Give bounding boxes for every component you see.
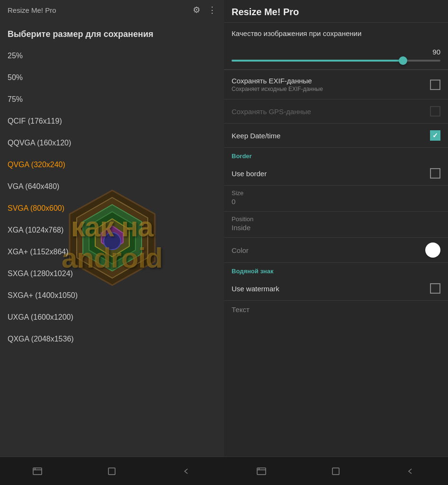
use-watermark-label: Use watermark bbox=[232, 285, 430, 293]
list-item[interactable]: QCIF (176x119) bbox=[0, 110, 224, 132]
list-item[interactable]: QVGA (320x240) bbox=[0, 154, 224, 176]
position-value: Inside bbox=[232, 224, 440, 232]
watermark-section-label: Водяной знак bbox=[224, 263, 448, 277]
list-item[interactable]: XGA+ (1152x864) bbox=[0, 241, 224, 263]
date-row[interactable]: Keep Date/time bbox=[224, 124, 448, 147]
position-label: Position bbox=[232, 216, 440, 223]
slider-thumb[interactable] bbox=[399, 56, 407, 65]
right-header-title: Resize Me! Pro bbox=[232, 7, 299, 17]
list-item[interactable]: 50% bbox=[0, 67, 224, 89]
gps-row: Сохранять GPS-данные bbox=[224, 99, 448, 123]
exif-section: Сохранять EXIF-данные Сохраняет исходные… bbox=[224, 70, 448, 99]
use-border-text: Use border bbox=[232, 170, 430, 178]
use-watermark-text: Use watermark bbox=[232, 285, 430, 293]
right-panel: Resize Me! Pro Качество изображения при … bbox=[224, 0, 448, 457]
list-item[interactable]: SVGA (800x600) bbox=[0, 198, 224, 219]
size-field: Size 0 bbox=[224, 186, 448, 212]
settings-icon[interactable]: ⚙ bbox=[193, 5, 200, 15]
gps-text: Сохранять GPS-данные bbox=[232, 108, 430, 116]
gps-section: Сохранять GPS-данные bbox=[224, 99, 448, 124]
use-watermark-section: Use watermark bbox=[224, 277, 448, 301]
svg-rect-14 bbox=[332, 468, 339, 475]
slider-track[interactable] bbox=[232, 60, 440, 62]
date-checkbox[interactable] bbox=[430, 130, 440, 141]
bottom-nav-left bbox=[0, 457, 224, 485]
use-border-checkbox[interactable] bbox=[430, 168, 440, 179]
list-section-header: Выберите размер для сохранения bbox=[0, 20, 224, 45]
list-item[interactable]: 25% bbox=[0, 45, 224, 67]
svg-rect-7 bbox=[33, 468, 42, 475]
exif-text: Сохранять EXIF-данные Сохраняет исходные… bbox=[232, 77, 430, 92]
exif-sublabel: Сохраняет исходные EXIF-данные bbox=[232, 86, 430, 92]
date-section: Keep Date/time bbox=[224, 124, 448, 148]
quality-section: Качество изображения при сохранении 90 bbox=[224, 23, 448, 70]
bottom-nav bbox=[0, 457, 448, 485]
size-value: 0 bbox=[232, 198, 440, 206]
svg-rect-10 bbox=[108, 468, 115, 475]
svg-rect-11 bbox=[257, 468, 266, 475]
list-item[interactable]: VGA (640x480) bbox=[0, 176, 224, 198]
size-list: Выберите размер для сохранения 25%50%75%… bbox=[0, 20, 224, 457]
border-section-label: Border bbox=[224, 148, 448, 162]
nav-right-recent[interactable] bbox=[252, 462, 271, 481]
nav-left-back[interactable] bbox=[177, 462, 196, 481]
exif-label: Сохранять EXIF-данные bbox=[232, 77, 430, 85]
quality-label: Качество изображения при сохранении bbox=[232, 29, 361, 37]
text-field: Текст bbox=[224, 301, 448, 320]
left-panel: Resize Me! Pro ⚙ ⋮ как на bbox=[0, 0, 224, 457]
slider-fill bbox=[232, 60, 403, 62]
gps-label: Сохранять GPS-данные bbox=[232, 108, 430, 116]
left-header-title: Resize Me! Pro bbox=[8, 6, 56, 14]
color-row[interactable]: Color bbox=[224, 238, 448, 263]
gps-checkbox bbox=[430, 106, 440, 117]
use-border-section: Use border bbox=[224, 162, 448, 186]
nav-left-home[interactable] bbox=[102, 462, 121, 481]
position-field[interactable]: Position Inside bbox=[224, 212, 448, 238]
list-item[interactable]: SXGA (1280x1024) bbox=[0, 263, 224, 285]
quality-slider-section: 90 bbox=[224, 44, 448, 70]
color-circle[interactable] bbox=[425, 242, 440, 258]
list-item[interactable]: UXGA (1600x1200) bbox=[0, 306, 224, 328]
list-item[interactable]: XGA (1024x768) bbox=[0, 219, 224, 241]
list-item[interactable]: QXGA (2048x1536) bbox=[0, 328, 224, 350]
left-header: Resize Me! Pro ⚙ ⋮ bbox=[0, 0, 224, 20]
nav-right-home[interactable] bbox=[326, 462, 345, 481]
right-header: Resize Me! Pro bbox=[224, 0, 448, 23]
date-label: Keep Date/time bbox=[232, 132, 430, 140]
left-header-icons: ⚙ ⋮ bbox=[193, 5, 216, 15]
quality-label-row: Качество изображения при сохранении bbox=[224, 23, 448, 44]
list-item[interactable]: SXGA+ (1400x1050) bbox=[0, 285, 224, 306]
exif-row[interactable]: Сохранять EXIF-данные Сохраняет исходные… bbox=[224, 70, 448, 99]
more-icon[interactable]: ⋮ bbox=[208, 5, 216, 15]
use-watermark-row[interactable]: Use watermark bbox=[224, 277, 448, 300]
use-border-row[interactable]: Use border bbox=[224, 162, 448, 185]
nav-right-back[interactable] bbox=[401, 462, 420, 481]
use-border-label: Use border bbox=[232, 170, 430, 178]
list-item[interactable]: 75% bbox=[0, 89, 224, 110]
use-watermark-checkbox[interactable] bbox=[430, 283, 440, 294]
size-label: Size bbox=[232, 189, 440, 197]
exif-checkbox[interactable] bbox=[430, 80, 440, 90]
bottom-nav-right bbox=[224, 457, 448, 485]
nav-left-recent[interactable] bbox=[28, 462, 47, 481]
text-field-label: Текст bbox=[232, 305, 440, 314]
color-label: Color bbox=[232, 246, 249, 254]
list-item[interactable]: QQVGA (160x120) bbox=[0, 132, 224, 154]
slider-value: 90 bbox=[432, 48, 440, 56]
slider-value-row: 90 bbox=[232, 48, 440, 56]
date-text: Keep Date/time bbox=[232, 132, 430, 140]
